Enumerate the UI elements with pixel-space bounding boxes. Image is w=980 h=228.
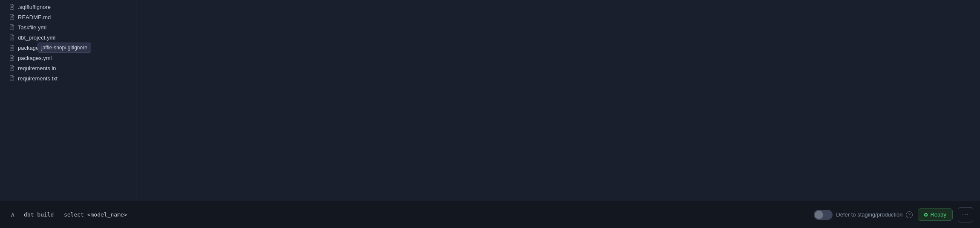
content-area — [136, 0, 980, 201]
file-name: packages.yml — [18, 55, 52, 61]
main-area: .sqlfluffignore README.md — [0, 0, 980, 201]
toggle-knob — [815, 211, 823, 219]
more-options-button[interactable]: ··· — [958, 207, 973, 222]
list-item[interactable]: requirements.in — [0, 63, 136, 73]
file-name: requirements.in — [18, 65, 56, 71]
defer-label: Defer to staging/production — [836, 211, 902, 218]
file-name: .sqlfluffignore — [18, 4, 51, 10]
file-sidebar: .sqlfluffignore README.md — [0, 0, 136, 201]
defer-toggle-container: Defer to staging/production ? — [814, 210, 913, 220]
file-name: Taskfile.yml — [18, 24, 46, 31]
command-input[interactable] — [24, 211, 809, 218]
list-item[interactable]: requirements.txt — [0, 73, 136, 83]
ready-dot-icon — [924, 213, 928, 217]
file-icon — [9, 34, 15, 41]
file-name: package-lock.json — [18, 45, 62, 51]
file-icon — [9, 24, 15, 31]
file-icon — [9, 44, 15, 51]
file-name: README.md — [18, 14, 51, 20]
ready-button[interactable]: Ready — [918, 208, 953, 221]
list-item[interactable]: .sqlfluffignore — [0, 2, 136, 12]
right-controls: Defer to staging/production ? Ready ··· — [814, 207, 973, 222]
collapse-button[interactable]: ∧ — [7, 209, 19, 221]
file-icon — [9, 65, 15, 71]
list-item[interactable]: dbt_project.yml — [0, 32, 136, 43]
file-icon — [9, 54, 15, 61]
list-item[interactable]: packages.yml — [0, 53, 136, 63]
list-item[interactable]: README.md — [0, 12, 136, 22]
ready-label: Ready — [930, 211, 946, 218]
defer-toggle[interactable] — [814, 210, 833, 220]
file-list: .sqlfluffignore README.md — [0, 0, 136, 85]
bottom-bar: ∧ Defer to staging/production ? Ready ··… — [0, 201, 980, 228]
file-icon — [9, 3, 15, 10]
help-icon[interactable]: ? — [906, 211, 913, 218]
file-name: dbt_project.yml — [18, 34, 55, 41]
file-name: requirements.txt — [18, 75, 58, 82]
list-item[interactable]: Taskfile.yml — [0, 22, 136, 32]
file-icon — [9, 14, 15, 20]
file-icon — [9, 75, 15, 82]
list-item[interactable]: package-lock.json jaffle-shop/.gitignore — [0, 43, 136, 53]
